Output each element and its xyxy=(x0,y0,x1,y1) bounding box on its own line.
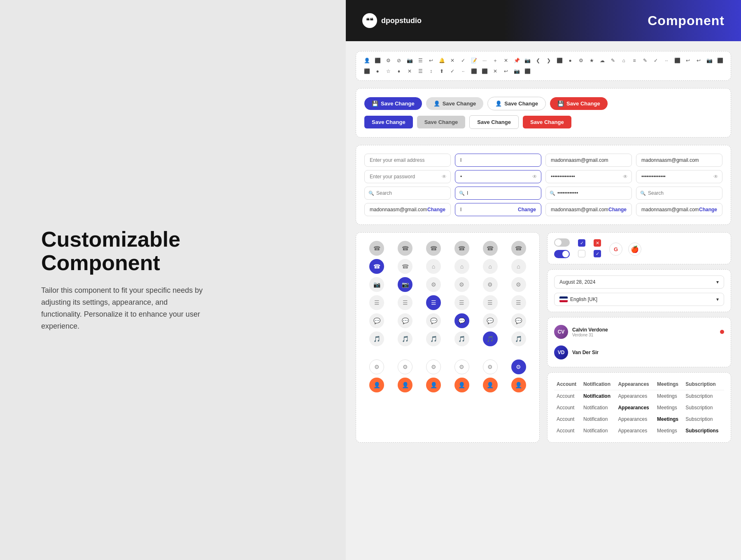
password-input-col2[interactable] xyxy=(455,170,541,183)
save-button-flat-secondary[interactable]: Save Change xyxy=(417,116,466,128)
checkbox-error[interactable]: ✕ xyxy=(594,239,601,247)
toolbar-icon[interactable]: 📷 xyxy=(405,56,414,65)
toolbar-icon[interactable]: ⬛ xyxy=(480,67,489,75)
icon-item[interactable]: ☰ xyxy=(398,295,412,310)
nav-cell-bold[interactable]: Meetings xyxy=(655,413,683,425)
avatar-icon[interactable]: 👤 xyxy=(398,378,412,392)
icon-item[interactable]: 🎵 xyxy=(398,331,412,346)
toolbar-icon[interactable]: ⬆ xyxy=(438,67,446,75)
nav-cell[interactable]: Account xyxy=(554,390,581,402)
search-input-col2[interactable] xyxy=(455,187,541,200)
toolbar-icon[interactable]: ⚙ xyxy=(384,56,392,65)
icon-item[interactable]: ☎ xyxy=(398,259,412,274)
search-input-col4[interactable] xyxy=(636,187,722,200)
gear-icon-active[interactable]: ⚙ xyxy=(511,359,526,374)
change-link-col3[interactable]: Change xyxy=(608,207,627,212)
nav-cell[interactable]: Subscription xyxy=(683,402,724,413)
icon-item[interactable]: ☰ xyxy=(483,295,498,310)
eye-icon-col3[interactable]: 👁 xyxy=(623,174,628,180)
toolbar-icon[interactable]: 📷 xyxy=(523,56,531,65)
nav-cell[interactable]: Notification xyxy=(581,378,615,390)
toolbar-icon[interactable]: 📷 xyxy=(705,56,713,65)
nav-cell[interactable]: Notification xyxy=(581,413,615,425)
icon-item-active[interactable]: 💬 xyxy=(454,313,469,328)
icon-item[interactable]: ☎ xyxy=(426,241,441,256)
icon-item[interactable]: ☰ xyxy=(369,295,384,310)
date-select[interactable]: August 28, 2024 ▾ xyxy=(554,275,724,289)
toolbar-icon[interactable]: ≡ xyxy=(630,56,638,65)
nav-cell[interactable]: Meetings xyxy=(655,402,683,413)
toolbar-icon[interactable]: ✎ xyxy=(641,56,649,65)
lang-select[interactable]: English [UK] ▾ xyxy=(554,293,724,306)
nav-cell-bold[interactable]: Notification xyxy=(581,390,615,402)
toolbar-icon[interactable]: ∙∙ xyxy=(662,56,671,65)
toolbar-icon[interactable]: ⬛ xyxy=(470,67,478,75)
save-button-outline-pill[interactable]: 👤 Save Change xyxy=(487,97,546,110)
nav-cell[interactable]: Account xyxy=(554,425,581,436)
apple-icon[interactable]: 🍎 xyxy=(628,243,641,256)
icon-item-active[interactable]: ☎ xyxy=(369,259,384,274)
toolbar-icon[interactable]: ⬛ xyxy=(363,67,371,75)
toolbar-icon[interactable]: ✕ xyxy=(502,56,510,65)
toolbar-icon[interactable]: 📷 xyxy=(513,67,521,75)
toolbar-icon[interactable]: ❯ xyxy=(545,56,553,65)
toolbar-icon[interactable]: ● xyxy=(566,56,574,65)
toolbar-icon[interactable]: ＋ xyxy=(491,56,499,65)
avatar-icon[interactable]: 👤 xyxy=(483,378,498,392)
icon-item[interactable]: ⚙ xyxy=(454,277,469,292)
toolbar-icon[interactable]: ⬛ xyxy=(523,67,531,75)
toolbar-icon[interactable]: ↩ xyxy=(684,56,692,65)
toolbar-icon[interactable]: ⬛ xyxy=(716,56,724,65)
password-input-col1[interactable] xyxy=(364,170,451,183)
password-input-col3[interactable] xyxy=(545,170,632,183)
nav-cell[interactable]: Subscription xyxy=(683,390,724,402)
toolbar-icon[interactable]: ↩ xyxy=(502,67,510,75)
nav-cell[interactable]: Appearances xyxy=(615,378,655,390)
icon-item-active[interactable]: 📷 xyxy=(398,277,412,292)
nav-cell[interactable]: Meetings xyxy=(655,425,683,436)
nav-cell-bold[interactable]: Subscriptions xyxy=(683,425,724,436)
gear-icon-item[interactable]: ⚙ xyxy=(398,359,412,374)
icon-item[interactable]: ⌂ xyxy=(511,259,526,274)
avatar-icon[interactable]: 👤 xyxy=(454,378,469,392)
toolbar-icon[interactable]: ⬛ xyxy=(673,56,681,65)
nav-cell[interactable]: Appearances xyxy=(615,425,655,436)
toolbar-icon[interactable]: ↩ xyxy=(427,56,435,65)
toolbar-icon[interactable]: ⚙ xyxy=(577,56,585,65)
icon-item[interactable]: ⌂ xyxy=(483,259,498,274)
icon-item[interactable]: ☎ xyxy=(398,241,412,256)
nav-cell[interactable]: Appearances xyxy=(615,413,655,425)
toolbar-icon[interactable]: ⬛ xyxy=(373,56,382,65)
icon-item[interactable]: ⌂ xyxy=(426,259,441,274)
save-button-danger-pill[interactable]: 💾 Save Change xyxy=(550,97,608,110)
email-input-col1[interactable] xyxy=(364,154,451,167)
toolbar-icon[interactable]: ↕ xyxy=(427,67,435,75)
icon-item[interactable]: ⚙ xyxy=(511,277,526,292)
toolbar-icon[interactable]: ✕ xyxy=(448,56,457,65)
toolbar-icon[interactable]: ✎ xyxy=(609,56,617,65)
icon-item[interactable]: 💬 xyxy=(483,313,498,328)
icon-item[interactable]: 💬 xyxy=(369,313,384,328)
icon-item[interactable]: ⚙ xyxy=(483,277,498,292)
eye-icon-col4[interactable]: 👁 xyxy=(713,174,718,180)
change-link-col4[interactable]: Change xyxy=(699,207,717,212)
toolbar-icon[interactable]: ✓ xyxy=(652,56,660,65)
nav-cell[interactable]: Subscription xyxy=(683,413,724,425)
nav-cell[interactable]: Meetings xyxy=(655,390,683,402)
change-link-col2[interactable]: Change xyxy=(518,207,536,212)
checkbox-checked[interactable]: ✓ xyxy=(578,239,585,247)
gear-icon-item[interactable]: ⚙ xyxy=(369,359,384,374)
gear-icon-item[interactable]: ⚙ xyxy=(483,359,498,374)
icon-item[interactable]: ☎ xyxy=(483,241,498,256)
gear-icon-item[interactable]: ⚙ xyxy=(426,359,441,374)
save-button-flat-outline[interactable]: Save Change xyxy=(469,115,519,129)
icon-item[interactable]: 🎵 xyxy=(369,331,384,346)
password-input-col4[interactable] xyxy=(636,170,722,183)
save-button-secondary-pill[interactable]: 👤 Save Change xyxy=(426,97,484,110)
toolbar-icon[interactable]: 📌 xyxy=(513,56,521,65)
search-input-col1[interactable] xyxy=(364,187,451,200)
icon-item[interactable]: ☎ xyxy=(369,241,384,256)
toolbar-icon[interactable]: ⌂ xyxy=(620,56,628,65)
icon-item[interactable]: 💬 xyxy=(398,313,412,328)
save-button-primary-pill[interactable]: 💾 Save Change xyxy=(364,97,422,110)
